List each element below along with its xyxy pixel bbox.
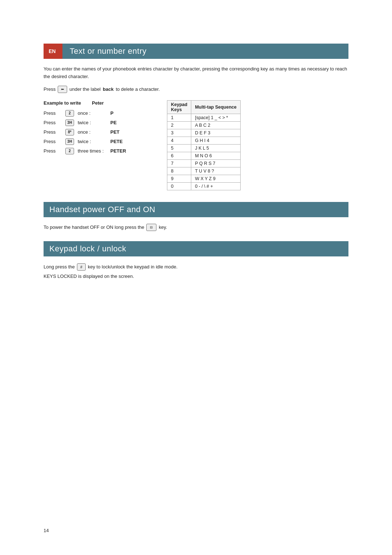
timing-once-1: once :: [78, 110, 107, 116]
keypad-cell-key-8: 8: [167, 167, 191, 175]
en-badge-1: EN: [44, 44, 62, 59]
keypad-cell-key-5: 5: [167, 144, 191, 152]
keys-locked-text: KEYS LOCKED is displayed on the screen.: [44, 272, 134, 280]
keypad-lock-suffix: key to lock/unlock the keypad in idle mo…: [88, 263, 177, 271]
keypad-cell-seq-3: D E F 3: [191, 129, 241, 137]
press-word-3: Press: [44, 129, 62, 135]
hash-key-icon: #: [77, 263, 86, 271]
example-left: Example to write Peter Press 2 once : P …: [44, 100, 152, 190]
press-back-line: Press ⬅ under the label back to delete a…: [44, 86, 348, 93]
keypad-row-6: 6M N O 6: [167, 152, 241, 159]
keypad-cell-key-9: 9: [167, 175, 191, 182]
keypad-cell-seq-6: M N O 6: [191, 152, 241, 159]
keypad-cell-key-2: 2: [167, 121, 191, 129]
keypad-row-4: 4G H I 4: [167, 137, 241, 144]
key-icon-2a: 2: [65, 110, 74, 117]
section-text-entry: EN Text or number entry You can enter th…: [44, 44, 348, 190]
keypad-row-5: 5J K L 5: [167, 144, 241, 152]
example-row-5: Press 2 three times : PETER: [44, 148, 152, 154]
keypad-row-8: 8T U V 8 ?: [167, 167, 241, 175]
key-icon-3h-2: 3H: [65, 138, 74, 145]
timing-three: three times :: [78, 148, 107, 154]
keypad-cell-seq-4: G H I 4: [191, 137, 241, 144]
example-row-2: Press 3H twice : PE: [44, 119, 152, 126]
keypad-lock-prefix: Long press the: [44, 263, 75, 271]
press-back-prefix: Press: [44, 86, 56, 92]
back-key-icon: ⬅: [58, 86, 67, 93]
keypad-cell-seq-8: T U V 8 ?: [191, 167, 241, 175]
timing-twice-2: twice :: [78, 139, 107, 144]
result-1: P: [110, 110, 132, 116]
keypad-row-9: 9W X Y Z 9: [167, 175, 241, 182]
section-power: Handset power OFF and ON To power the ha…: [44, 202, 348, 231]
keypad-row-7: 7P Q R S 7: [167, 159, 241, 167]
back-label: back: [103, 86, 114, 92]
example-to-write-label: Example to write: [44, 100, 81, 106]
example-name: Peter: [92, 100, 104, 106]
keypad-table: KeypadKeys Multi-tap Sequence 1[space] 1…: [167, 100, 241, 190]
section-keypad-lock: Keypad lock / unlock Long press the # ke…: [44, 241, 348, 280]
keypad-cell-key-6: 6: [167, 152, 191, 159]
section-header-power: Handset power OFF and ON: [44, 202, 348, 217]
keypad-cell-seq-1: [space] 1 _ < > *: [191, 114, 241, 121]
example-area: Example to write Peter Press 2 once : P …: [44, 100, 348, 190]
keypad-lock-line2: KEYS LOCKED is displayed on the screen.: [44, 272, 348, 280]
key-icon-2b: 2: [65, 148, 74, 154]
keypad-cell-key-10: 0: [167, 182, 191, 190]
keypad-header-seq: Multi-tap Sequence: [191, 100, 241, 114]
result-2: PE: [110, 120, 132, 125]
page-number: 14: [44, 528, 49, 533]
section-title-text-entry: Text or number entry: [62, 46, 147, 56]
press-word-4: Press: [44, 139, 62, 144]
power-text: To power the handset OFF or ON long pres…: [44, 224, 348, 231]
example-row-1: Press 2 once : P: [44, 110, 152, 117]
keypad-table-container: KeypadKeys Multi-tap Sequence 1[space] 1…: [167, 100, 241, 190]
press-word-5: Press: [44, 148, 62, 154]
keypad-cell-seq-5: J K L 5: [191, 144, 241, 152]
result-4: PETE: [110, 139, 132, 144]
section-title-keypad: Keypad lock / unlock: [44, 244, 126, 254]
keypad-lock-line1: Long press the # key to lock/unlock the …: [44, 263, 348, 271]
section-header-keypad: Keypad lock / unlock: [44, 241, 348, 256]
example-title: Example to write Peter: [44, 100, 152, 106]
end-key-icon: ⊟: [146, 224, 156, 231]
press-back-label-prefix: under the label: [69, 86, 101, 92]
example-row-3: Press 8* once : PET: [44, 129, 152, 135]
power-text-suffix: key.: [159, 224, 167, 231]
timing-once-2: once :: [78, 129, 107, 135]
keypad-cell-seq-7: P Q R S 7: [191, 159, 241, 167]
power-text-prefix: To power the handset OFF or ON long pres…: [44, 224, 144, 231]
keypad-cell-key-7: 7: [167, 159, 191, 167]
keypad-cell-seq-10: 0 - / \ # +: [191, 182, 241, 190]
intro-paragraph: You can enter the names of your phoneboo…: [44, 65, 348, 81]
example-rows: Press 2 once : P Press 3H twice : PE Pre…: [44, 110, 152, 154]
key-icon-3h: 3H: [65, 119, 74, 126]
keypad-lock-text: Long press the # key to lock/unlock the …: [44, 263, 348, 280]
section-title-power: Handset power OFF and ON: [44, 205, 155, 214]
keypad-cell-seq-9: W X Y Z 9: [191, 175, 241, 182]
keypad-cell-key-1: 1: [167, 114, 191, 121]
keypad-header-keys: KeypadKeys: [167, 100, 191, 114]
keypad-row-2: 2A B C 2: [167, 121, 241, 129]
press-word-2: Press: [44, 120, 62, 125]
keypad-cell-key-3: 3: [167, 129, 191, 137]
press-back-suffix: to delete a character.: [116, 86, 160, 92]
keypad-row-10: 00 - / \ # +: [167, 182, 241, 190]
key-icon-8star: 8*: [65, 129, 74, 135]
example-row-4: Press 3H twice : PETE: [44, 138, 152, 145]
result-3: PET: [110, 129, 132, 135]
keypad-row-3: 3D E F 3: [167, 129, 241, 137]
keypad-row-1: 1[space] 1 _ < > *: [167, 114, 241, 121]
page: EN Text or number entry You can enter th…: [0, 0, 392, 555]
section-header-text-entry: EN Text or number entry: [44, 44, 348, 59]
result-5: PETER: [110, 148, 132, 154]
keypad-cell-key-4: 4: [167, 137, 191, 144]
press-word-1: Press: [44, 110, 62, 116]
timing-twice-1: twice :: [78, 120, 107, 125]
keypad-cell-seq-2: A B C 2: [191, 121, 241, 129]
